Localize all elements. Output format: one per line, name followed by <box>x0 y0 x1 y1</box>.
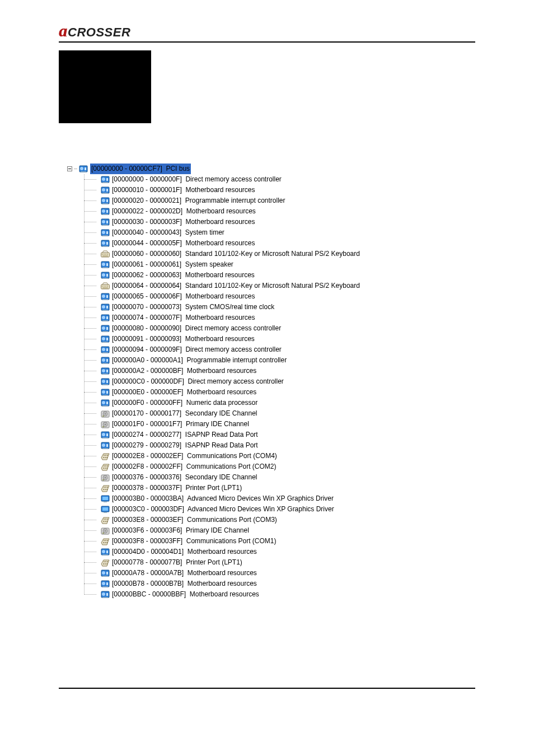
tree-item[interactable]: [000003E8 - 000003EF] Communications Por… <box>84 515 506 525</box>
tree-connector <box>84 302 101 312</box>
system-device-icon <box>101 228 110 237</box>
tree-connector <box>84 291 101 302</box>
tree-item[interactable]: [000000E0 - 000000EF] Motherboard resour… <box>84 387 506 398</box>
tree-item-range: [00000062 - 00000063] <box>112 271 181 279</box>
tree-connector <box>84 451 101 461</box>
tree-item[interactable]: [000001F0 - 000001F7] Primary IDE Channe… <box>84 419 506 430</box>
tree-item[interactable]: [00000060 - 00000060] Standard 101/102-K… <box>84 249 506 259</box>
tree-connector <box>84 270 101 281</box>
tree-item[interactable]: [000002F8 - 000002FF] Communications Por… <box>84 461 506 472</box>
display-adapter-icon <box>101 494 110 503</box>
tree-connector <box>84 483 101 493</box>
tree-item[interactable]: [000000C0 - 000000DF] Direct memory acce… <box>84 376 506 387</box>
tree-item-range: [00000061 - 00000061] <box>112 260 181 268</box>
system-device-icon <box>101 314 110 323</box>
tree-item[interactable]: [00000091 - 00000093] Motherboard resour… <box>84 334 506 344</box>
tree-item[interactable]: [00000070 - 00000073] System CMOS/real t… <box>84 302 506 312</box>
tree-connector <box>84 557 101 568</box>
disk-drive-icon <box>101 409 110 418</box>
system-device-icon <box>101 580 110 589</box>
tree-item[interactable]: [00000044 - 0000005F] Motherboard resour… <box>84 238 506 249</box>
tree-item[interactable]: [000003B0 - 000003BA] Advanced Micro Dev… <box>84 493 506 504</box>
tree-root-row[interactable]: [00000000 - 00000CF7] PCI bus <box>67 164 506 174</box>
tree-item-label: [00000022 - 0000002D] Motherboard resour… <box>112 206 256 217</box>
tree-item[interactable]: [000000A0 - 000000A1] Programmable inter… <box>84 355 506 366</box>
tree-item[interactable]: [00000000 - 0000000F] Direct memory acce… <box>84 174 506 185</box>
tree-item[interactable]: [00000778 - 0000077B] Printer Port (LPT1… <box>84 557 506 568</box>
tree-item[interactable]: [000004D0 - 000004D1] Motherboard resour… <box>84 547 506 557</box>
tree-item-range: [000003C0 - 000003DF] <box>112 505 184 513</box>
tree-item-label: [00000000 - 0000000F] Direct memory acce… <box>112 174 282 185</box>
tree-item-range: [000003F8 - 000003FF] <box>112 537 182 545</box>
port-icon <box>101 463 110 472</box>
tree-item-name: Motherboard resources <box>185 186 255 194</box>
tree-item[interactable]: [00000074 - 0000007F] Motherboard resour… <box>84 312 506 323</box>
tree-item-label: [000003E8 - 000003EF] Communications Por… <box>112 515 277 525</box>
tree-item-name: ISAPNP Read Data Port <box>185 431 258 438</box>
tree-root-label[interactable]: [00000000 - 00000CF7] PCI bus <box>90 164 191 174</box>
tree-item-name: System CMOS/real time clock <box>185 303 274 311</box>
tree-item-name: Advanced Micro Devices Win XP Graphics D… <box>187 494 334 502</box>
tree-item[interactable]: [00000080 - 00000090] Direct memory acce… <box>84 323 506 334</box>
tree-connector <box>74 169 77 169</box>
tree-item[interactable]: [000003F8 - 000003FF] Communications Por… <box>84 536 506 547</box>
collapse-icon[interactable] <box>67 166 72 171</box>
system-device-icon <box>101 441 110 450</box>
tree-connector <box>84 259 101 270</box>
tree-item-range: [00000378 - 0000037F] <box>112 484 182 492</box>
tree-item-label: [00000A78 - 00000A7B] Motherboard resour… <box>112 568 257 578</box>
system-device-icon <box>101 569 110 578</box>
keyboard-icon <box>101 250 110 259</box>
tree-item-label: [00000274 - 00000277] ISAPNP Read Data P… <box>112 430 258 440</box>
system-device-icon <box>101 324 110 333</box>
tree-connector <box>84 281 101 291</box>
tree-item[interactable]: [00000064 - 00000064] Standard 101/102-K… <box>84 281 506 291</box>
tree-connector <box>84 227 101 238</box>
tree-item-label: [000000A0 - 000000A1] Programmable inter… <box>112 355 287 366</box>
tree-item-range: [00000022 - 0000002D] <box>112 207 182 215</box>
tree-connector <box>84 344 101 355</box>
tree-item-range: [000002E8 - 000002EF] <box>112 452 183 460</box>
tree-item[interactable]: [00000170 - 00000177] Secondary IDE Chan… <box>84 408 506 419</box>
tree-connector <box>84 398 101 408</box>
tree-item-range: [00000020 - 00000021] <box>112 197 181 204</box>
tree-item[interactable]: [00000030 - 0000003F] Motherboard resour… <box>84 217 506 227</box>
tree-item-label: [000003F6 - 000003F6] Primary IDE Channe… <box>112 525 249 536</box>
tree-item[interactable]: [00000022 - 0000002D] Motherboard resour… <box>84 206 506 217</box>
tree-item[interactable]: [00000094 - 0000009F] Direct memory acce… <box>84 344 506 355</box>
tree-item[interactable]: [000003C0 - 000003DF] Advanced Micro Dev… <box>84 504 506 515</box>
tree-item[interactable]: [000000F0 - 000000FF] Numeric data proce… <box>84 398 506 408</box>
system-device-icon <box>101 388 110 397</box>
tree-connector <box>84 493 101 504</box>
tree-item[interactable]: [00000376 - 00000376] Secondary IDE Chan… <box>84 472 506 483</box>
tree-item-name: Communications Port (COM1) <box>186 537 277 545</box>
tree-item[interactable]: [00000010 - 0000001F] Motherboard resour… <box>84 185 506 195</box>
tree-item[interactable]: [00000279 - 00000279] ISAPNP Read Data P… <box>84 440 506 451</box>
tree-item[interactable]: [00000378 - 0000037F] Printer Port (LPT1… <box>84 483 506 493</box>
tree-item[interactable]: [00000065 - 0000006F] Motherboard resour… <box>84 291 506 302</box>
brand-logo-initial: a <box>59 22 67 39</box>
tree-item[interactable]: [00000A78 - 00000A7B] Motherboard resour… <box>84 568 506 578</box>
tree-connector <box>84 589 101 600</box>
tree-item-name: Motherboard resources <box>190 590 259 598</box>
tree-item-range: [00000074 - 0000007F] <box>112 314 182 321</box>
tree-connector <box>84 376 101 387</box>
tree-item[interactable]: [00000274 - 00000277] ISAPNP Read Data P… <box>84 430 506 440</box>
tree-item-name: Communications Port (COM4) <box>187 452 277 460</box>
tree-item[interactable]: [00000020 - 00000021] Programmable inter… <box>84 195 506 206</box>
tree-item-label: [00000062 - 00000063] Motherboard resour… <box>112 270 255 281</box>
tree-item-name: Motherboard resources <box>187 367 256 375</box>
tree-item[interactable]: [00000B78 - 00000B7B] Motherboard resour… <box>84 578 506 589</box>
tree-item-label: [00000065 - 0000006F] Motherboard resour… <box>112 291 255 302</box>
tree-item[interactable]: [00000040 - 00000043] System timer <box>84 227 506 238</box>
tree-item[interactable]: [000003F6 - 000003F6] Primary IDE Channe… <box>84 525 506 536</box>
tree-item[interactable]: [00000061 - 00000061] System speaker <box>84 259 506 270</box>
system-device-icon <box>101 186 110 195</box>
tree-item[interactable]: [00000062 - 00000063] Motherboard resour… <box>84 270 506 281</box>
tree-connector <box>84 472 101 483</box>
tree-item[interactable]: [000002E8 - 000002EF] Communications Por… <box>84 451 506 461</box>
tree-connector <box>84 206 101 217</box>
tree-item[interactable]: [000000A2 - 000000BF] Motherboard resour… <box>84 366 506 376</box>
tree-item[interactable]: [00000BBC - 00000BBF] Motherboard resour… <box>84 589 506 600</box>
tree-item-name: Motherboard resources <box>185 292 255 300</box>
